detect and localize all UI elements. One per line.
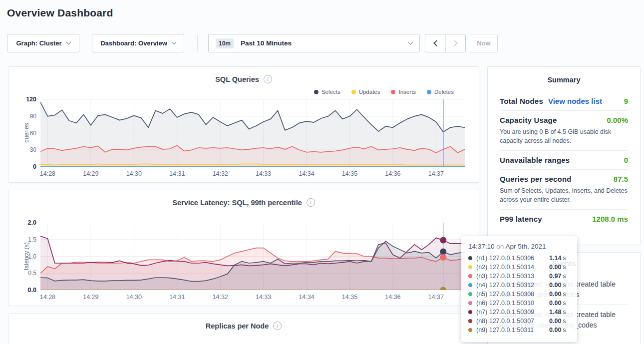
replicas-per-node-card: Replicas per Node i [8,313,479,344]
chart-header: Service Latency: SQL, 99th percentile i [8,198,479,207]
tooltip-node-row: (n5) 127.0.0.1:503080.00s [468,290,570,299]
y-tick-label: 120 [12,96,36,103]
node-color-dot [468,310,472,314]
x-tick-label: 14:37 [428,294,444,301]
now-button[interactable]: Now [470,34,498,52]
x-tick-label: 14:29 [83,170,98,177]
y-tick-label: 30 [12,146,36,153]
node-latency-value: 0.00 [549,318,561,325]
info-icon[interactable]: i [264,75,272,83]
node-latency-value: 0.97 [549,273,561,280]
dashboard-selector-dropdown[interactable]: Dashboard: Overview [92,34,184,52]
service-latency-card: Service Latency: SQL, 99th percentile i … [8,190,479,306]
x-tick-label: 14:36 [385,294,400,301]
hover-dot [440,237,446,244]
tooltip-node-row: (n6) 127.0.0.1:503100.00s [468,299,570,308]
summary-description: You are using 0 B of 4.5 GiB usable disk… [500,127,628,145]
legend-dot [427,90,431,94]
chart-title: Service Latency: SQL, 99th percentile [172,199,302,207]
legend-dot [314,90,319,94]
node-color-dot [468,328,472,332]
node-latency-value: 1.14 [549,255,561,262]
latency-unit: s [563,273,566,280]
x-tick-label: 14:34 [299,170,314,177]
legend-item-updates[interactable]: Updates [351,89,380,95]
latency-unit: s [563,300,566,307]
view-nodes-list-link[interactable]: View nodes list [548,97,602,105]
dashboard-selector-label: Dashboard: Overview [100,39,167,47]
node-latency-value: 0.00 [549,282,561,289]
node-address: (n5) 127.0.0.1:50308 [476,291,549,298]
latency-unit: s [563,291,566,298]
summary-row: Capacity Usage0.00%You are using 0 B of … [500,110,628,150]
summary-title: Summary [500,76,628,84]
summary-row: Queries per second87.5Sum of Selects, Up… [500,169,628,209]
sql-plot-area[interactable] [40,99,465,167]
legend-dot [391,90,395,94]
summary-row-main: Total NodesView nodes list9 [500,97,628,105]
tooltip-node-row: (n2) 127.0.0.1:503140.00s [468,263,570,272]
now-button-label: Now [477,39,490,47]
y-tick-label: 0 [12,163,36,170]
x-tick-label: 14:37 [428,170,444,177]
latency-unit: s [563,255,566,262]
node-address: (n7) 127.0.0.1:50309 [476,309,549,316]
x-tick-label: 14:32 [213,294,228,301]
x-tick-label: 14:35 [342,170,357,177]
x-tick-label: 14:32 [213,170,228,177]
arrow-left-icon [433,40,440,46]
prev-range-button[interactable] [425,34,445,52]
x-tick-label: 14:35 [342,294,357,301]
summary-label: Capacity Usage [500,116,557,124]
info-icon[interactable]: i [273,322,282,330]
time-range-badge: 10m [216,38,234,48]
x-tick-label: 14:28 [40,294,55,301]
tooltip-timestamp: 14:37:10 on Apr 5th, 2021 [468,243,570,250]
legend-label: Selects [322,89,340,95]
time-nav-group [425,34,466,52]
y-tick-label: 2.0 [12,219,36,226]
chart-legend: SelectsUpdatesInsertsDeletes [314,89,454,95]
y-tick-label: 0.5 [12,270,36,277]
y-tick-label: 0.0 [12,287,36,294]
tooltip-rows: (n1) 127.0.0.1:503061.14s(n2) 127.0.0.1:… [468,254,570,335]
node-latency-value: 0.00 [549,300,561,307]
summary-value: 9 [624,97,628,105]
legend-item-inserts[interactable]: Inserts [391,89,416,95]
node-color-dot [468,256,472,260]
tooltip-connector: on [496,243,504,250]
legend-item-deletes[interactable]: Deletes [427,89,454,95]
x-tick-label: 14:31 [169,294,185,301]
node-color-dot [468,292,472,296]
legend-label: Updates [359,89,380,95]
summary-panel: Summary Total NodesView nodes list9Capac… [487,66,641,245]
summary-description: Sum of Selects, Updates, Inserts, and De… [500,186,628,204]
latency-unit: s [563,327,566,334]
node-color-dot [468,274,472,278]
chart-hover-tooltip: 14:37:10 on Apr 5th, 2021 (n1) 127.0.0.1… [461,236,577,342]
x-tick-label: 14:34 [299,294,314,301]
info-icon[interactable]: i [307,198,315,207]
node-address: (n1) 127.0.0.1:50306 [476,255,549,262]
summary-row: P99 latency1208.0 ms [500,209,628,228]
legend-dot [351,90,356,94]
legend-item-selects[interactable]: Selects [314,89,340,95]
node-color-dot [468,319,472,323]
graph-selector-dropdown[interactable]: Graph: Cluster [7,34,79,52]
legend-label: Inserts [398,89,416,95]
chevron-down-icon [408,40,413,45]
summary-label: Queries per second [500,175,572,183]
summary-rows: Total NodesView nodes list9Capacity Usag… [500,92,628,228]
node-color-dot [468,283,472,287]
controls-divider [197,35,198,51]
time-range-dropdown[interactable]: 10m Past 10 Minutes [208,34,420,52]
summary-row-main: Capacity Usage0.00% [500,116,628,124]
hover-dot [440,249,446,255]
next-range-button[interactable] [445,34,465,52]
sql-queries-card: SQL Queries i SelectsUpdatesInsertsDelet… [8,66,479,183]
tooltip-node-row: (n8) 127.0.0.1:503070.00s [468,317,570,326]
latency-plot-area[interactable] [40,223,465,290]
chart-title: Replicas per Node [206,322,269,330]
node-latency-value: 0.00 [549,264,561,271]
time-range-label: Past 10 Minutes [241,39,409,47]
